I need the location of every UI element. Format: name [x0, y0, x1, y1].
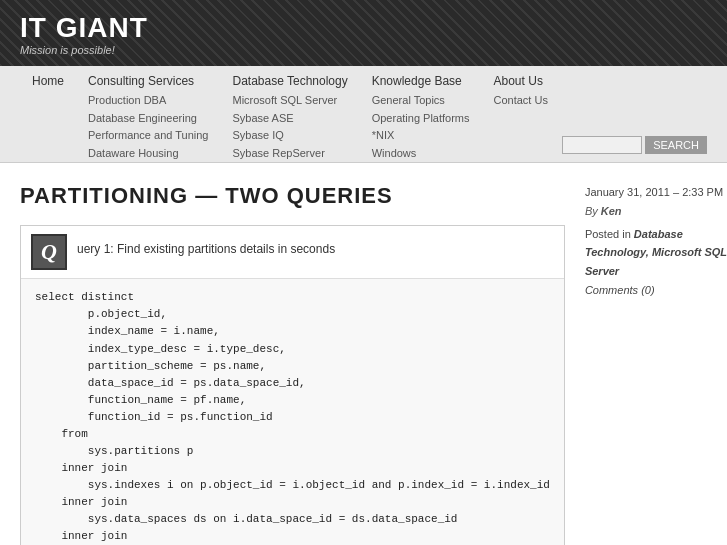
- query1-icon: Q: [31, 234, 67, 270]
- page-title: PARTITIONING — TWO QUERIES: [20, 183, 565, 209]
- search-button[interactable]: SEARCH: [645, 136, 707, 154]
- nav-sub-item-3-3[interactable]: Windows: [372, 145, 470, 163]
- nav-top-label-1[interactable]: Consulting Services: [88, 74, 208, 92]
- post-comments: Comments (0): [585, 281, 727, 300]
- comments-link[interactable]: Comments (0): [585, 284, 655, 296]
- search-input[interactable]: [562, 136, 642, 154]
- main-content: PARTITIONING — TWO QUERIES Q uery 1: Fin…: [0, 163, 727, 545]
- nav-item-3: Knowledge BaseGeneral TopicsOperating Pl…: [360, 66, 482, 162]
- posted-label: Posted in: [585, 228, 631, 240]
- post-body: Q uery 1: Find existing partitions detai…: [20, 225, 565, 545]
- nav-sub-item-3-2[interactable]: *NIX: [372, 127, 470, 145]
- query1-label: uery 1: Find existing partitions details…: [77, 234, 335, 256]
- query1-header: Q uery 1: Find existing partitions detai…: [21, 226, 564, 279]
- search-form: SEARCH: [562, 136, 707, 154]
- nav-sub-item-2-3[interactable]: Sybase RepServer: [232, 145, 347, 163]
- nav-sub-item-1-3[interactable]: Dataware Housing: [88, 145, 208, 163]
- nav-item-2: Database TechnologyMicrosoft SQL ServerS…: [220, 66, 359, 162]
- post-author: By Ken: [585, 202, 727, 221]
- author-link[interactable]: Ken: [601, 205, 622, 217]
- nav-sub-item-2-2[interactable]: Sybase IQ: [232, 127, 347, 145]
- nav-sub-item-2-0[interactable]: Microsoft SQL Server: [232, 92, 347, 110]
- nav-sub-item-2-1[interactable]: Sybase ASE: [232, 110, 347, 128]
- nav-top-label-4[interactable]: About Us: [494, 74, 548, 92]
- post-meta: January 31, 2011 – 2:33 PM By Ken Posted…: [585, 183, 727, 299]
- nav-item-4: About UsContact Us: [482, 66, 560, 110]
- nav-top-label-0[interactable]: Home: [32, 74, 64, 92]
- site-tagline: Mission is possible!: [20, 44, 707, 56]
- nav-sub-item-1-0[interactable]: Production DBA: [88, 92, 208, 110]
- post-categories: Posted in Database Technology, Microsoft…: [585, 225, 727, 281]
- nav-item-1: Consulting ServicesProduction DBADatabas…: [76, 66, 220, 162]
- nav-top-label-2[interactable]: Database Technology: [232, 74, 347, 92]
- nav-sub-item-4-0[interactable]: Contact Us: [494, 92, 548, 110]
- site-title: IT GIANT: [20, 12, 707, 44]
- post-date: January 31, 2011 – 2:33 PM: [585, 183, 727, 202]
- nav-top-label-3[interactable]: Knowledge Base: [372, 74, 470, 92]
- nav-sub-item-3-1[interactable]: Operating Platforms: [372, 110, 470, 128]
- nav-sub-item-3-0[interactable]: General Topics: [372, 92, 470, 110]
- nav-item-0: Home: [20, 66, 76, 92]
- by-label: By: [585, 205, 598, 217]
- nav-sub-item-1-2[interactable]: Performance and Tuning: [88, 127, 208, 145]
- content-area: PARTITIONING — TWO QUERIES Q uery 1: Fin…: [20, 183, 565, 545]
- nav-sub-item-1-1[interactable]: Database Engineering: [88, 110, 208, 128]
- sidebar: January 31, 2011 – 2:33 PM By Ken Posted…: [585, 183, 727, 545]
- navigation: HomeConsulting ServicesProduction DBADat…: [0, 66, 727, 163]
- code-block-1: select distinct p.object_id, index_name …: [21, 279, 564, 545]
- site-header: IT GIANT Mission is possible!: [0, 0, 727, 66]
